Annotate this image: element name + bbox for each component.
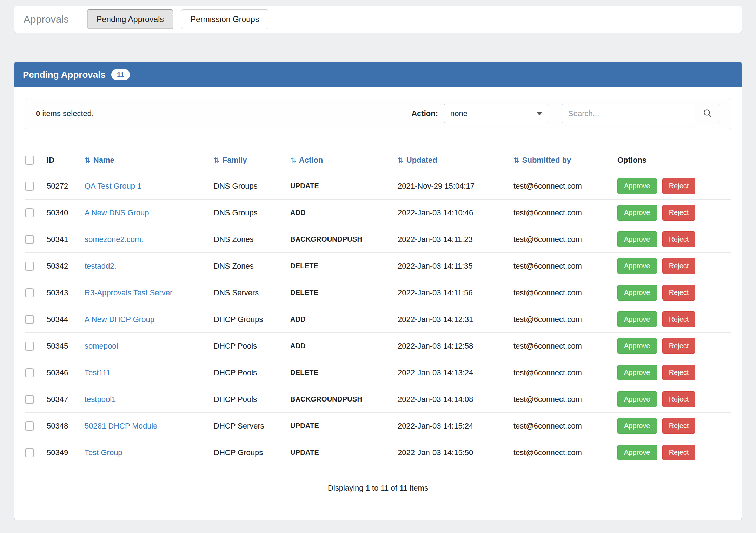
reject-button[interactable]: Reject [662,418,696,434]
reject-button[interactable]: Reject [662,338,696,354]
approve-button[interactable]: Approve [617,365,657,380]
toolbar: 0 items selected. Action: none [25,98,731,129]
row-checkbox[interactable] [25,208,34,217]
row-updated: 2022-Jan-03 14:15:24 [398,413,513,439]
row-name-link[interactable]: Test111 [85,368,111,377]
row-updated: 2022-Jan-03 14:13:24 [398,359,513,386]
approve-button[interactable]: Approve [617,391,657,407]
row-name-link[interactable]: somepool [85,342,118,350]
column-header-family[interactable]: ⇅Family [214,149,290,173]
row-name-link[interactable]: Test Group [85,448,122,457]
row-submitted-by: test@6connect.com [513,386,617,413]
approve-button[interactable]: Approve [617,178,657,194]
tab-permission-groups[interactable]: Permission Groups [181,9,269,29]
approve-button[interactable]: Approve [617,445,657,460]
row-submitted-by: test@6connect.com [513,413,617,439]
search-group [562,104,720,123]
selected-label: items selected. [42,109,94,118]
pending-count-badge: 11 [111,69,130,80]
row-checkbox[interactable] [25,235,34,244]
page-title: Approvals [24,14,69,25]
approve-button[interactable]: Approve [617,231,657,247]
tab-pending-approvals[interactable]: Pending Approvals [87,9,173,29]
row-checkbox[interactable] [25,448,34,457]
approve-button[interactable]: Approve [617,311,657,327]
reject-button[interactable]: Reject [662,178,696,194]
pagination-prefix: Displaying 1 to 11 of [328,484,397,492]
column-header-name[interactable]: ⇅Name [85,149,214,173]
approvals-table-body: 50272 QA Test Group 1 DNS Groups UPDATE … [25,173,731,466]
reject-button[interactable]: Reject [662,258,696,274]
reject-button[interactable]: Reject [662,205,696,221]
search-icon [703,109,712,119]
search-button[interactable] [695,104,720,123]
row-updated: 2022-Jan-03 14:12:31 [398,306,513,333]
row-family: DNS Groups [214,173,290,200]
sort-icon: ⇅ [214,156,220,164]
row-checkbox[interactable] [25,288,34,297]
selected-count: 0 [36,109,40,118]
row-submitted-by: test@6connect.com [513,253,617,279]
action-select[interactable]: none [444,104,549,123]
row-updated: 2022-Jan-03 14:10:46 [398,200,513,226]
column-header-updated[interactable]: ⇅Updated [398,149,513,173]
row-name-link[interactable]: A New DNS Group [85,208,149,217]
column-header-id: ID [47,149,85,173]
action-select-value: none [450,109,467,118]
row-name-link[interactable]: somezone2.com. [85,235,144,244]
row-updated: 2022-Jan-03 14:11:35 [398,253,513,279]
approve-button[interactable]: Approve [617,258,657,274]
row-family: DNS Zones [214,253,290,279]
pagination-summary: Displaying 1 to 11 of 11 items [25,484,731,493]
row-checkbox[interactable] [25,262,34,271]
row-checkbox[interactable] [25,395,34,404]
row-name-link[interactable]: A New DHCP Group [85,315,154,324]
row-submitted-by: test@6connect.com [513,439,617,466]
row-family: DNS Servers [214,279,290,306]
table-row: 50347 testpool1 DHCP Pools BACKGROUNDPUS… [25,386,731,413]
approvals-table: ID ⇅Name ⇅Family ⇅Action ⇅Updated ⇅Submi… [25,149,731,466]
row-id: 50341 [47,226,85,253]
row-family: DHCP Pools [214,333,290,359]
row-family: DNS Zones [214,226,290,253]
approve-button[interactable]: Approve [617,418,657,434]
row-checkbox[interactable] [25,315,34,324]
row-name-link[interactable]: 50281 DHCP Module [85,421,158,430]
reject-button[interactable]: Reject [662,285,696,301]
row-action: ADD [290,306,398,333]
panel-header: Pending Approvals 11 [14,62,742,87]
row-action: DELETE [290,253,398,279]
row-id: 50344 [47,306,85,333]
select-all-checkbox[interactable] [25,156,34,165]
row-checkbox[interactable] [25,368,34,377]
reject-button[interactable]: Reject [662,311,696,327]
row-checkbox[interactable] [25,421,34,431]
reject-button[interactable]: Reject [662,445,696,460]
sort-icon: ⇅ [290,156,296,164]
reject-button[interactable]: Reject [662,391,696,407]
row-name-link[interactable]: testpool1 [85,395,116,404]
search-input[interactable] [562,104,695,123]
row-family: DHCP Pools [214,359,290,386]
row-id: 50272 [47,173,85,200]
reject-button[interactable]: Reject [662,365,696,380]
row-checkbox[interactable] [25,342,34,351]
row-checkbox[interactable] [25,182,34,191]
table-row: 50349 Test Group DHCP Groups UPDATE 2022… [25,439,731,466]
row-updated: 2022-Jan-03 14:14:08 [398,386,513,413]
row-name-link[interactable]: QA Test Group 1 [85,182,141,190]
row-name-link[interactable]: testadd2. [85,262,117,270]
row-name-link[interactable]: R3-Approvals Test Server [85,288,172,297]
selected-items-text: 0 items selected. [36,109,94,118]
table-row: 50342 testadd2. DNS Zones DELETE 2022-Ja… [25,253,731,279]
approve-button[interactable]: Approve [617,338,657,354]
table-row: 50343 R3-Approvals Test Server DNS Serve… [25,279,731,306]
approve-button[interactable]: Approve [617,285,657,301]
column-header-action[interactable]: ⇅Action [290,149,398,173]
row-family: DHCP Pools [214,386,290,413]
row-action: ADD [290,333,398,359]
reject-button[interactable]: Reject [662,231,696,247]
approve-button[interactable]: Approve [617,205,657,221]
column-header-submitted-by[interactable]: ⇅Submitted by [513,149,617,173]
row-family: DHCP Servers [214,413,290,439]
